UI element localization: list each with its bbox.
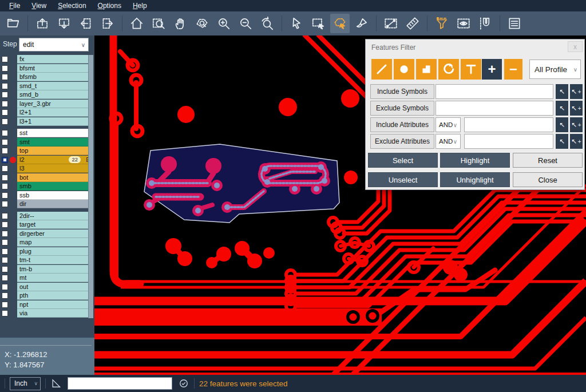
layer-row-dir[interactable]: dir [0, 200, 94, 209]
unselect-button[interactable]: Unselect [368, 172, 438, 187]
layer-row-layer_3.gbr[interactable]: layer_3.gbr [0, 100, 94, 109]
step-select[interactable]: edit ∨ [19, 38, 89, 52]
include-attributes-input[interactable] [464, 117, 553, 132]
layer-name[interactable]: layer_3.gbr [17, 100, 88, 108]
layer-row-pth[interactable]: pth [0, 291, 94, 300]
exclude-symbols-button[interactable]: Exclude Symbols [370, 101, 434, 116]
layer-checkbox[interactable] [2, 239, 8, 246]
layer-checkbox[interactable] [2, 201, 8, 207]
layer-checkbox[interactable] [2, 101, 8, 107]
layer-row-via[interactable]: via [0, 309, 94, 318]
layer-checkbox[interactable] [2, 292, 8, 299]
layer-name[interactable]: mt [17, 274, 88, 282]
layer-name[interactable]: dir [17, 200, 88, 208]
and-or-select[interactable]: AND∨ [435, 134, 461, 149]
layer-row-mt[interactable]: mt [0, 274, 94, 283]
layer-name[interactable]: pth [17, 291, 88, 300]
layer-row-npt[interactable]: npt [0, 300, 94, 310]
layer-checkbox[interactable] [2, 56, 8, 62]
layer-checkbox[interactable] [2, 175, 8, 181]
snap-button[interactable] [476, 14, 495, 33]
menu-view[interactable]: View [26, 1, 52, 11]
layer-name[interactable]: smd_t [17, 82, 88, 90]
layer-name[interactable]: smb [17, 182, 88, 191]
layer-row-bfsmb[interactable]: bfsmb [0, 73, 94, 82]
menu-selection[interactable]: Selection [52, 1, 92, 11]
layer-checkbox[interactable] [2, 213, 8, 219]
filter-arc-button[interactable] [438, 59, 459, 80]
layer-checkbox[interactable] [2, 192, 8, 199]
layer-name[interactable]: sst [17, 129, 88, 137]
layer-checkbox[interactable] [2, 257, 8, 263]
layer-checkbox[interactable] [2, 302, 8, 308]
layer-name[interactable]: map [17, 238, 88, 247]
features-filter-button[interactable] [432, 14, 452, 33]
select-polygon-button[interactable] [330, 14, 350, 33]
corner-angle-icon[interactable] [50, 378, 62, 389]
layer-name[interactable]: target [17, 220, 88, 229]
layer-checkbox[interactable] [2, 83, 8, 89]
layer-name[interactable]: out [17, 283, 88, 291]
layer-name[interactable]: l3+1 [17, 117, 88, 126]
layer-checkbox[interactable] [2, 248, 8, 255]
layer-row-sst[interactable]: sst [0, 129, 94, 138]
pick-add-from-screen-button[interactable]: ↖+ [570, 117, 583, 132]
layer-name[interactable]: bot [17, 173, 88, 182]
home-view-button[interactable] [127, 14, 146, 33]
layer-row-target[interactable]: target [0, 220, 94, 229]
layer-row-map[interactable]: map [0, 238, 94, 247]
view-right-button[interactable] [98, 14, 117, 33]
layer-row-ssb[interactable]: ssb [0, 191, 94, 200]
view-left-button[interactable] [76, 14, 96, 33]
layer-checkbox[interactable] [2, 275, 8, 281]
remove-filter-button[interactable]: − [504, 59, 522, 80]
layer-name[interactable]: plug [17, 247, 88, 256]
menu-file[interactable]: File [3, 1, 26, 11]
pan-button[interactable] [171, 14, 190, 33]
exclude-symbols-input[interactable] [435, 101, 553, 116]
view-down-button[interactable] [54, 14, 74, 33]
layer-row-dirgerber[interactable]: dirgerber [0, 229, 94, 239]
layer-checkbox[interactable] [2, 148, 8, 154]
layer-checkbox[interactable] [2, 310, 8, 316]
select-button[interactable]: Select [368, 153, 438, 168]
layer-name[interactable]: via [17, 309, 88, 318]
layer-row-l2[interactable]: l222⊞ [0, 156, 94, 165]
menu-options[interactable]: Options [92, 1, 127, 11]
layer-row-tm-b[interactable]: tm-b [0, 265, 94, 274]
layer-row-smb[interactable]: smb [0, 182, 94, 191]
exclude-attributes-button[interactable]: Exclude Attributes [370, 134, 434, 149]
layer-name[interactable]: bfsmb [17, 73, 88, 81]
sync-check-icon[interactable] [178, 378, 189, 389]
menu-help[interactable]: Help [127, 1, 153, 11]
layer-row-l2+1[interactable]: l2+1 [0, 108, 94, 117]
layer-checkbox[interactable] [2, 231, 8, 237]
filter-surface-button[interactable] [416, 59, 437, 80]
pick-from-screen-button[interactable]: ↖ [556, 101, 568, 116]
include-symbols-button[interactable]: Include Symbols [370, 84, 434, 99]
layer-row-bfsmt[interactable]: bfsmt [0, 64, 94, 73]
zoom-in-button[interactable] [214, 14, 233, 33]
layer-name[interactable]: top [17, 146, 88, 155]
layer-name[interactable]: 2dir-- [17, 212, 88, 220]
layer-row-l3+1[interactable]: l3+1 [0, 117, 94, 126]
layer-checkbox[interactable] [2, 266, 8, 272]
unit-select[interactable]: Inch ∨ [10, 377, 41, 390]
layer-name[interactable]: ssb [17, 191, 88, 200]
layer-name[interactable]: smt [17, 138, 88, 146]
layer-name[interactable]: l3 [17, 164, 88, 173]
pick-add-from-screen-button[interactable]: ↖+ [570, 101, 583, 116]
command-input[interactable] [68, 377, 172, 390]
feature-list-button[interactable] [505, 14, 524, 33]
exclude-attributes-input[interactable] [464, 134, 553, 149]
layer-name[interactable]: tm-b [17, 265, 88, 274]
profile-select[interactable]: All Profile ∨ [529, 60, 581, 79]
layer-checkbox[interactable] [2, 109, 8, 116]
pick-from-screen-button[interactable]: ↖ [556, 134, 568, 149]
select-rect-button[interactable] [308, 14, 328, 33]
layer-checkbox[interactable] [2, 74, 8, 80]
and-or-select[interactable]: AND∨ [435, 117, 461, 132]
view-up-button[interactable] [33, 14, 52, 33]
layer-checkbox[interactable] [2, 65, 8, 72]
zoom-object-button[interactable] [192, 14, 212, 33]
